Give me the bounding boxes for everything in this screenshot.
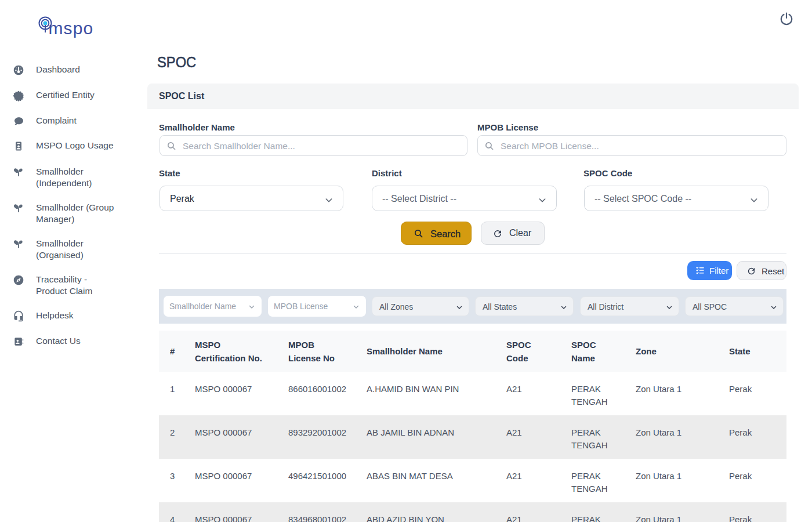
svg-text:mspo: mspo <box>49 19 94 38</box>
